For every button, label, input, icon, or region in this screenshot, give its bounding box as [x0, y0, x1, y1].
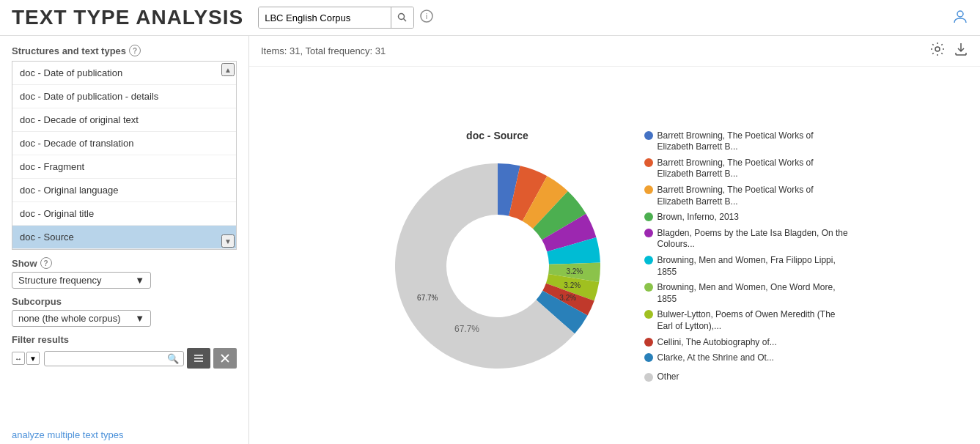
donut-label: 3.2%: [564, 281, 581, 289]
expand-down-button[interactable]: ▼: [26, 352, 40, 365]
search-bar: [258, 7, 414, 29]
gear-icon: [930, 42, 945, 56]
filter-input-wrap: 🔍: [44, 351, 184, 366]
info-button[interactable]: i: [420, 10, 433, 26]
legend-dot: [644, 229, 653, 237]
legend-dot: [644, 158, 653, 167]
subcorpus-section: Subcorpus none (the whole corpus) ▼: [0, 289, 248, 327]
structure-item-date-pub[interactable]: doc - Date of publication: [12, 62, 236, 85]
show-label: Show ?: [12, 257, 237, 269]
legend-text: Barrett Browning, The Poetical Works of …: [657, 185, 850, 207]
svg-point-0: [399, 14, 405, 20]
legend-text: Browning, Men and Women, Fra Filippo Lip…: [657, 255, 850, 278]
svg-text:i: i: [426, 12, 427, 21]
legend-text: Blagden, Poems by the Late Isa Blagden, …: [657, 228, 850, 251]
info-icon: i: [420, 10, 433, 23]
settings-button[interactable]: [930, 42, 945, 60]
search-button[interactable]: [391, 7, 413, 28]
filter-search-icon: 🔍: [167, 353, 179, 364]
legend-item: Cellini, The Autobiography of...: [644, 337, 850, 349]
expand-left-button[interactable]: ↔: [12, 352, 25, 365]
show-chevron-icon: ▼: [135, 275, 144, 286]
structure-item-orig-title[interactable]: doc - Original title: [12, 202, 236, 226]
chart-container: doc - Source 3.2%3.2%3.2%67.7%67.7%: [380, 130, 615, 383]
structure-list: ▲ doc - Date of publicationdoc - Date of…: [12, 61, 237, 250]
subcorpus-select[interactable]: none (the whole corpus) ▼: [12, 310, 151, 327]
legend-text: Barrett Browning, The Poetical Works of …: [657, 158, 850, 180]
structures-help-icon[interactable]: ?: [129, 45, 141, 56]
toolbar-icons: [930, 42, 968, 60]
sidebar: Structures and text types ? ▲ doc - Date…: [0, 36, 249, 444]
structure-item-fragment[interactable]: doc - Fragment: [12, 155, 236, 179]
structure-item-decade-orig[interactable]: doc - Decade of original text: [12, 108, 236, 132]
donut-main-label: 67.7%: [454, 324, 479, 334]
filter-row: ↔ ▼ 🔍: [12, 348, 237, 369]
legend-text: Browning, Men and Women, One Word More, …: [657, 282, 850, 305]
subcorpus-label: Subcorpus: [12, 296, 237, 307]
legend-item: Browning, Men and Women, One Word More, …: [644, 282, 850, 305]
legend-item: Bulwer-Lytton, Poems of Owen Meredith (T…: [644, 309, 850, 332]
app-title: TEXT TYPE ANALYSIS: [12, 6, 243, 29]
legend-dot: [644, 212, 653, 221]
main-layout: Structures and text types ? ▲ doc - Date…: [0, 36, 980, 444]
analyze-link[interactable]: analyze multiple text types: [0, 418, 248, 444]
donut-label: 3.2%: [566, 267, 583, 275]
donut-label: 67.7%: [417, 294, 438, 302]
scroll-down-button[interactable]: ▼: [221, 234, 235, 248]
user-button[interactable]: [952, 8, 968, 28]
user-icon: [952, 8, 968, 24]
legend-item: Browning, Men and Women, Fra Filippo Lip…: [644, 255, 850, 278]
legend-item: Clarke, At the Shrine and Ot...: [644, 352, 850, 364]
legend-item: Barrett Browning, The Poetical Works of …: [644, 158, 850, 180]
legend-text: Cellini, The Autobiography of...: [657, 337, 777, 349]
search-input[interactable]: [259, 7, 391, 28]
content-area: Items: 31, Total frequency: 31: [249, 36, 980, 444]
filter-label: Filter results: [12, 334, 237, 345]
legend-dot: [644, 256, 653, 264]
legend: Barrett Browning, The Poetical Works of …: [644, 130, 850, 383]
lines-icon: [194, 353, 204, 363]
structures-label: Structures and text types ?: [0, 45, 248, 61]
expand-buttons: ↔ ▼: [12, 352, 40, 365]
svg-point-10: [935, 47, 940, 51]
chart-area: doc - Source 3.2%3.2%3.2%67.7%67.7% Barr…: [249, 67, 980, 444]
filter-clear-button[interactable]: [213, 348, 237, 369]
legend-item: Brown, Inferno, 2013: [644, 212, 850, 223]
show-select[interactable]: Structure frequency ▼: [12, 272, 151, 289]
structure-item-date-pub-details[interactable]: doc - Date of publication - details: [12, 85, 236, 108]
chart-title: doc - Source: [466, 130, 528, 141]
legend-item: Barrett Browning, The Poetical Works of …: [644, 185, 850, 207]
download-icon: [954, 42, 968, 56]
svg-point-4: [957, 11, 963, 17]
subcorpus-chevron-icon: ▼: [135, 313, 144, 324]
legend-other-dot: [644, 373, 653, 382]
filter-input[interactable]: [49, 353, 167, 363]
legend-text: Clarke, At the Shrine and Ot...: [657, 352, 774, 364]
items-info: Items: 31, Total frequency: 31: [261, 45, 386, 56]
legend-item: Blagden, Poems by the Late Isa Blagden, …: [644, 228, 850, 251]
app-header: TEXT TYPE ANALYSIS i: [0, 0, 980, 36]
scroll-up-button[interactable]: ▲: [221, 63, 235, 76]
show-help-icon[interactable]: ?: [40, 257, 52, 269]
search-icon: [397, 12, 408, 23]
content-toolbar: Items: 31, Total frequency: 31: [249, 36, 980, 67]
legend-dot: [644, 338, 653, 347]
download-button[interactable]: [954, 42, 968, 60]
legend-other-text: Other: [657, 371, 679, 383]
filter-lines-button[interactable]: [187, 348, 210, 369]
legend-dot: [644, 353, 653, 362]
legend-text: Bulwer-Lytton, Poems of Owen Meredith (T…: [657, 309, 850, 332]
filter-section: Filter results ↔ ▼ 🔍: [0, 327, 248, 369]
legend-text: Brown, Inferno, 2013: [657, 212, 739, 223]
legend-item: Barrett Browning, The Poetical Works of …: [644, 130, 850, 153]
structure-item-source[interactable]: doc - Source: [12, 226, 236, 249]
svg-line-1: [404, 19, 407, 22]
donut-chart: 3.2%3.2%3.2%67.7%67.7%: [380, 149, 615, 383]
structure-item-decade-trans[interactable]: doc - Decade of translation: [12, 132, 236, 155]
donut-label: 3.2%: [559, 294, 576, 302]
legend-dot: [644, 131, 653, 140]
legend-other: Other: [644, 371, 850, 383]
times-icon: [221, 354, 229, 363]
show-section: Show ? Structure frequency ▼: [0, 250, 248, 289]
structure-item-orig-lang[interactable]: doc - Original language: [12, 179, 236, 202]
